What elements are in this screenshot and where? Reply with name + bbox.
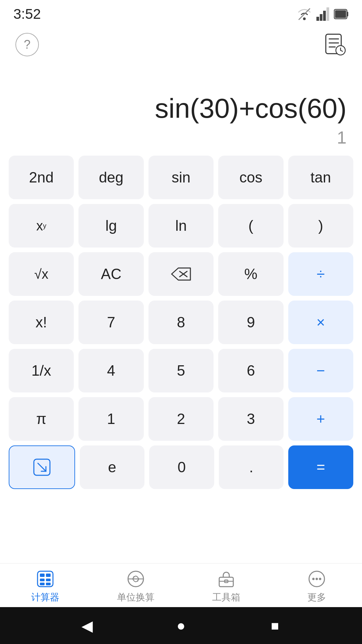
key-sin[interactable]: sin (148, 156, 214, 199)
key-8[interactable]: 8 (148, 301, 214, 344)
nav-label-more: 更多 (307, 591, 326, 604)
wifi-icon (297, 8, 312, 20)
battery-icon (334, 8, 349, 20)
key-backspace[interactable] (148, 252, 214, 296)
key-row-6: e 0 . = (9, 445, 353, 489)
display-area: sin(30)+cos(60) 1 (0, 60, 362, 148)
nav-item-toolbox[interactable]: 工具箱 (181, 570, 272, 604)
key-row-2: √x AC % ÷ (9, 252, 353, 296)
nav-label-toolbox: 工具箱 (212, 591, 240, 604)
signal-icon (316, 7, 329, 21)
back-button[interactable]: ◀ (77, 615, 97, 636)
status-bar: 3:52 (0, 0, 362, 25)
key-reciprocal[interactable]: 1/x (9, 349, 74, 392)
bottom-nav: 计算器 单位换算 工具箱 (0, 563, 362, 607)
recent-button[interactable]: ■ (265, 615, 285, 636)
svg-rect-20 (46, 574, 51, 577)
key-pi[interactable]: π (9, 397, 74, 441)
status-icons (297, 7, 349, 21)
key-row-4: 1/x 4 5 6 − (9, 349, 353, 392)
svg-rect-2 (320, 14, 322, 21)
expression: sin(30)+cos(60) (155, 93, 347, 124)
svg-rect-1 (316, 17, 319, 21)
key-add[interactable]: + (288, 397, 353, 441)
home-icon: ● (177, 617, 186, 634)
key-deg[interactable]: deg (78, 156, 143, 199)
key-1[interactable]: 1 (78, 397, 143, 441)
app-header: ? (0, 25, 362, 60)
svg-point-33 (319, 578, 321, 580)
key-power[interactable]: xy (9, 204, 74, 248)
key-row-3: x! 7 8 9 × (9, 301, 353, 344)
svg-rect-3 (323, 11, 326, 21)
key-subtract[interactable]: − (288, 349, 353, 392)
svg-rect-18 (38, 571, 53, 587)
key-lg[interactable]: lg (78, 204, 143, 248)
key-collapse[interactable] (9, 445, 75, 489)
key-clear[interactable]: AC (78, 252, 143, 296)
svg-rect-24 (46, 583, 51, 585)
system-nav-bar: ◀ ● ■ (0, 607, 362, 644)
svg-rect-27 (219, 577, 233, 587)
key-ln[interactable]: ln (148, 204, 214, 248)
history-icon (323, 32, 347, 56)
back-icon: ◀ (81, 617, 93, 634)
nav-item-unit-converter[interactable]: 单位换算 (90, 570, 181, 604)
key-tan[interactable]: tan (288, 156, 353, 199)
key-3[interactable]: 3 (218, 397, 283, 441)
key-decimal[interactable]: . (219, 445, 284, 489)
svg-rect-6 (347, 12, 348, 16)
key-euler[interactable]: e (80, 445, 145, 489)
key-2nd[interactable]: 2nd (9, 156, 74, 199)
key-7[interactable]: 7 (78, 301, 143, 344)
key-4[interactable]: 4 (78, 349, 143, 392)
key-9[interactable]: 9 (218, 301, 283, 344)
home-button[interactable]: ● (171, 615, 191, 636)
result: 1 (337, 127, 347, 148)
svg-rect-7 (335, 10, 346, 18)
svg-point-32 (316, 578, 318, 580)
svg-rect-21 (40, 579, 45, 581)
key-2[interactable]: 2 (148, 397, 214, 441)
recent-icon: ■ (271, 618, 279, 633)
backspace-icon (170, 267, 192, 281)
key-row-5: π 1 2 3 + (9, 397, 353, 441)
key-divide[interactable]: ÷ (288, 252, 353, 296)
svg-rect-4 (326, 7, 329, 21)
key-multiply[interactable]: × (288, 301, 353, 344)
more-nav-icon (307, 570, 326, 588)
svg-rect-23 (40, 583, 45, 585)
key-sqrt[interactable]: √x (9, 252, 74, 296)
key-6[interactable]: 6 (218, 349, 283, 392)
unit-converter-nav-icon (126, 570, 145, 588)
nav-item-more[interactable]: 更多 (272, 570, 362, 604)
nav-label-calculator: 计算器 (31, 591, 59, 604)
svg-point-31 (312, 578, 315, 580)
key-percent[interactable]: % (218, 252, 283, 296)
key-equals[interactable]: = (288, 445, 353, 489)
key-0[interactable]: 0 (149, 445, 214, 489)
keypad: 2nd deg sin cos tan xy lg ln ( ) √x AC %… (0, 148, 362, 563)
nav-item-calculator[interactable]: 计算器 (0, 570, 90, 604)
collapse-icon (33, 459, 51, 476)
key-factorial[interactable]: x! (9, 301, 74, 344)
key-5[interactable]: 5 (148, 349, 214, 392)
toolbox-nav-icon (217, 570, 236, 588)
calculator-nav-icon (36, 570, 55, 588)
key-row-0: 2nd deg sin cos tan (9, 156, 353, 199)
svg-rect-22 (46, 579, 51, 581)
help-button[interactable]: ? (15, 33, 39, 56)
key-cos[interactable]: cos (218, 156, 283, 199)
svg-rect-19 (40, 574, 45, 577)
help-icon: ? (24, 38, 31, 52)
key-rparen[interactable]: ) (288, 204, 353, 248)
status-time: 3:52 (13, 6, 41, 22)
key-lparen[interactable]: ( (218, 204, 283, 248)
key-row-1: xy lg ln ( ) (9, 204, 353, 248)
history-button[interactable] (323, 32, 347, 57)
nav-label-unit-converter: 单位换算 (117, 591, 155, 604)
